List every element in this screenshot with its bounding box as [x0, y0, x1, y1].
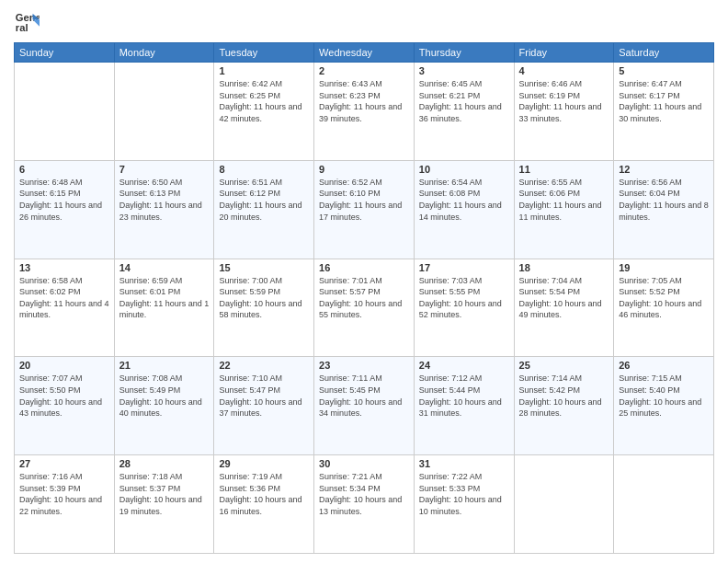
day-info: Sunrise: 6:54 AM Sunset: 6:08 PM Dayligh…	[419, 177, 509, 223]
calendar-cell: 11Sunrise: 6:55 AM Sunset: 6:06 PM Dayli…	[514, 160, 614, 259]
day-number: 13	[19, 262, 109, 273]
calendar-cell: 24Sunrise: 7:12 AM Sunset: 5:44 PM Dayli…	[414, 357, 514, 455]
calendar-cell: 9Sunrise: 6:52 AM Sunset: 6:10 PM Daylig…	[314, 160, 415, 259]
day-info: Sunrise: 6:48 AM Sunset: 6:15 PM Dayligh…	[19, 177, 109, 223]
day-number: 5	[619, 65, 709, 76]
calendar-cell: 25Sunrise: 7:14 AM Sunset: 5:42 PM Dayli…	[514, 357, 614, 455]
calendar-cell: 13Sunrise: 6:58 AM Sunset: 6:02 PM Dayli…	[15, 259, 115, 357]
week-row-3: 13Sunrise: 6:58 AM Sunset: 6:02 PM Dayli…	[15, 259, 714, 357]
day-info: Sunrise: 6:43 AM Sunset: 6:23 PM Dayligh…	[319, 78, 409, 124]
calendar-cell: 8Sunrise: 6:51 AM Sunset: 6:12 PM Daylig…	[214, 160, 314, 259]
day-number: 24	[419, 360, 509, 371]
weekday-header-wednesday: Wednesday	[314, 43, 415, 63]
day-info: Sunrise: 6:46 AM Sunset: 6:19 PM Dayligh…	[519, 78, 609, 124]
day-number: 10	[419, 164, 509, 175]
calendar-cell: 4Sunrise: 6:46 AM Sunset: 6:19 PM Daylig…	[514, 63, 614, 161]
calendar-cell: 26Sunrise: 7:15 AM Sunset: 5:40 PM Dayli…	[614, 357, 714, 455]
calendar-cell	[514, 455, 614, 554]
calendar-cell: 2Sunrise: 6:43 AM Sunset: 6:23 PM Daylig…	[314, 63, 415, 161]
day-info: Sunrise: 7:16 AM Sunset: 5:39 PM Dayligh…	[19, 471, 109, 517]
calendar-cell: 12Sunrise: 6:56 AM Sunset: 6:04 PM Dayli…	[614, 160, 714, 259]
weekday-header-sunday: Sunday	[15, 43, 115, 63]
day-info: Sunrise: 7:04 AM Sunset: 5:54 PM Dayligh…	[519, 275, 609, 321]
calendar-cell	[15, 63, 115, 161]
logo-icon: Gene ral	[14, 9, 40, 35]
day-info: Sunrise: 7:15 AM Sunset: 5:40 PM Dayligh…	[619, 373, 709, 419]
day-info: Sunrise: 6:45 AM Sunset: 6:21 PM Dayligh…	[419, 78, 509, 124]
day-number: 3	[419, 65, 509, 76]
day-number: 1	[219, 65, 309, 76]
day-number: 17	[419, 262, 509, 273]
day-info: Sunrise: 7:01 AM Sunset: 5:57 PM Dayligh…	[319, 275, 409, 321]
day-number: 19	[619, 262, 709, 273]
day-info: Sunrise: 7:11 AM Sunset: 5:45 PM Dayligh…	[319, 373, 409, 419]
day-info: Sunrise: 7:19 AM Sunset: 5:36 PM Dayligh…	[219, 471, 309, 517]
day-number: 30	[319, 458, 409, 469]
day-info: Sunrise: 7:03 AM Sunset: 5:55 PM Dayligh…	[419, 275, 509, 321]
day-info: Sunrise: 6:56 AM Sunset: 6:04 PM Dayligh…	[619, 177, 709, 223]
calendar-cell: 15Sunrise: 7:00 AM Sunset: 5:59 PM Dayli…	[214, 259, 314, 357]
header: Gene ral	[14, 9, 714, 35]
day-info: Sunrise: 7:21 AM Sunset: 5:34 PM Dayligh…	[319, 471, 409, 517]
day-info: Sunrise: 6:47 AM Sunset: 6:17 PM Dayligh…	[619, 78, 709, 124]
day-number: 12	[619, 164, 709, 175]
weekday-header-saturday: Saturday	[614, 43, 714, 63]
day-info: Sunrise: 6:52 AM Sunset: 6:10 PM Dayligh…	[319, 177, 409, 223]
day-number: 16	[319, 262, 409, 273]
weekday-header-thursday: Thursday	[414, 43, 514, 63]
week-row-2: 6Sunrise: 6:48 AM Sunset: 6:15 PM Daylig…	[15, 160, 714, 259]
calendar-cell: 19Sunrise: 7:05 AM Sunset: 5:52 PM Dayli…	[614, 259, 714, 357]
day-number: 26	[619, 360, 709, 371]
calendar-cell: 29Sunrise: 7:19 AM Sunset: 5:36 PM Dayli…	[214, 455, 314, 554]
calendar-cell: 10Sunrise: 6:54 AM Sunset: 6:08 PM Dayli…	[414, 160, 514, 259]
day-info: Sunrise: 7:08 AM Sunset: 5:49 PM Dayligh…	[119, 373, 210, 419]
day-number: 4	[519, 65, 609, 76]
day-info: Sunrise: 7:00 AM Sunset: 5:59 PM Dayligh…	[219, 275, 309, 321]
page: Gene ral SundayMondayTuesdayWednesdayThu…	[0, 0, 728, 563]
day-info: Sunrise: 6:50 AM Sunset: 6:13 PM Dayligh…	[119, 177, 210, 223]
day-info: Sunrise: 6:42 AM Sunset: 6:25 PM Dayligh…	[219, 78, 309, 124]
day-info: Sunrise: 7:18 AM Sunset: 5:37 PM Dayligh…	[119, 471, 210, 517]
day-info: Sunrise: 6:51 AM Sunset: 6:12 PM Dayligh…	[219, 177, 309, 223]
calendar-cell: 6Sunrise: 6:48 AM Sunset: 6:15 PM Daylig…	[15, 160, 115, 259]
day-number: 14	[119, 262, 210, 273]
calendar-cell: 1Sunrise: 6:42 AM Sunset: 6:25 PM Daylig…	[214, 63, 314, 161]
day-number: 22	[219, 360, 309, 371]
day-number: 28	[119, 458, 210, 469]
day-info: Sunrise: 7:07 AM Sunset: 5:50 PM Dayligh…	[19, 373, 109, 419]
weekday-header-tuesday: Tuesday	[214, 43, 314, 63]
day-number: 29	[219, 458, 309, 469]
week-row-4: 20Sunrise: 7:07 AM Sunset: 5:50 PM Dayli…	[15, 357, 714, 455]
day-info: Sunrise: 7:22 AM Sunset: 5:33 PM Dayligh…	[419, 471, 509, 517]
day-number: 25	[519, 360, 609, 371]
weekday-header-row: SundayMondayTuesdayWednesdayThursdayFrid…	[15, 43, 714, 63]
calendar-cell	[114, 63, 214, 161]
day-number: 9	[319, 164, 409, 175]
day-number: 2	[319, 65, 409, 76]
calendar-table: SundayMondayTuesdayWednesdayThursdayFrid…	[14, 42, 714, 554]
day-info: Sunrise: 6:55 AM Sunset: 6:06 PM Dayligh…	[519, 177, 609, 223]
svg-text:ral: ral	[16, 22, 28, 33]
calendar-cell: 28Sunrise: 7:18 AM Sunset: 5:37 PM Dayli…	[114, 455, 214, 554]
day-info: Sunrise: 7:10 AM Sunset: 5:47 PM Dayligh…	[219, 373, 309, 419]
day-number: 18	[519, 262, 609, 273]
day-info: Sunrise: 6:58 AM Sunset: 6:02 PM Dayligh…	[19, 275, 109, 321]
calendar-cell: 21Sunrise: 7:08 AM Sunset: 5:49 PM Dayli…	[114, 357, 214, 455]
calendar-cell: 14Sunrise: 6:59 AM Sunset: 6:01 PM Dayli…	[114, 259, 214, 357]
calendar-cell	[614, 455, 714, 554]
logo: Gene ral	[14, 9, 43, 35]
calendar-cell: 22Sunrise: 7:10 AM Sunset: 5:47 PM Dayli…	[214, 357, 314, 455]
calendar-cell: 30Sunrise: 7:21 AM Sunset: 5:34 PM Dayli…	[314, 455, 415, 554]
day-number: 7	[119, 164, 210, 175]
day-info: Sunrise: 7:14 AM Sunset: 5:42 PM Dayligh…	[519, 373, 609, 419]
day-number: 27	[19, 458, 109, 469]
day-info: Sunrise: 7:12 AM Sunset: 5:44 PM Dayligh…	[419, 373, 509, 419]
calendar-cell: 18Sunrise: 7:04 AM Sunset: 5:54 PM Dayli…	[514, 259, 614, 357]
calendar-cell: 27Sunrise: 7:16 AM Sunset: 5:39 PM Dayli…	[15, 455, 115, 554]
weekday-header-friday: Friday	[514, 43, 614, 63]
day-number: 8	[219, 164, 309, 175]
day-info: Sunrise: 6:59 AM Sunset: 6:01 PM Dayligh…	[119, 275, 210, 321]
calendar-cell: 7Sunrise: 6:50 AM Sunset: 6:13 PM Daylig…	[114, 160, 214, 259]
week-row-5: 27Sunrise: 7:16 AM Sunset: 5:39 PM Dayli…	[15, 455, 714, 554]
calendar-cell: 16Sunrise: 7:01 AM Sunset: 5:57 PM Dayli…	[314, 259, 415, 357]
